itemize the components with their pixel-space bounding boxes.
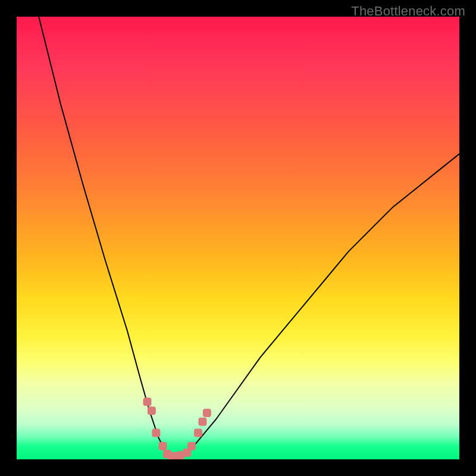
chart-svg [17,17,459,459]
marker-point [143,397,152,406]
plot-area [17,17,459,459]
marker-group [143,397,211,459]
marker-point [159,442,167,450]
marker-point [148,406,156,415]
chart-frame: TheBottleneck.com [0,0,476,476]
bottleneck-curve-line [39,17,459,459]
marker-point [203,409,211,417]
marker-point [152,428,160,437]
marker-point [199,418,207,426]
marker-point [187,442,196,450]
marker-point [194,428,202,437]
